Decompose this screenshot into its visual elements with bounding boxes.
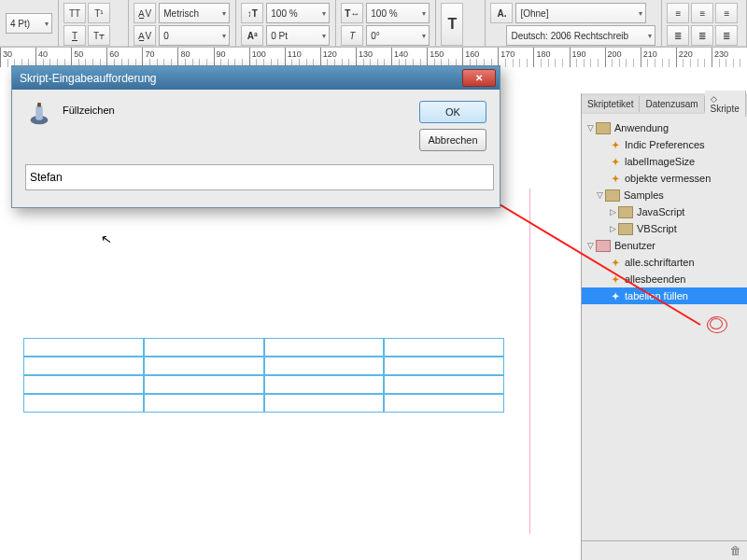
skew-icon: T [341, 25, 363, 46]
dialog-title: Skript-Eingabeaufforderung [20, 72, 157, 85]
folder-icon [596, 122, 611, 134]
folder-icon [596, 240, 611, 252]
tracking-select[interactable]: 0 [159, 25, 230, 46]
tree-script-tabellen[interactable]: ✦tabellen füllen [582, 287, 747, 304]
baseline-field[interactable]: 0 Pt [266, 25, 330, 46]
vscale-icon: T↔ [341, 3, 363, 23]
table-row [23, 394, 504, 413]
justify-center-icon[interactable]: ≣ [715, 25, 738, 46]
dialog-label: Füllzeichen [63, 105, 115, 116]
hscale-field[interactable]: 100 % [266, 3, 330, 23]
align-right-icon[interactable]: ≡ [715, 3, 738, 23]
script-icon: ✦ [610, 290, 621, 301]
charstyle-icon: A. [490, 3, 513, 23]
panel-footer: 🗑 [582, 540, 747, 560]
hscale-icon: ↕T [241, 3, 263, 23]
smallcaps-icon[interactable]: Tᴛ [88, 25, 110, 46]
vscale-field[interactable]: 100 % [366, 3, 430, 23]
scripts-panel: Skriptetiket Datenzusam ◇ Skripte ▾≡ ▽An… [581, 93, 747, 560]
script-icon: ✦ [610, 156, 621, 167]
close-button[interactable]: ✕ [462, 69, 496, 87]
page-margin-guide [529, 189, 540, 534]
formatting-toolbar: 4 Pt) TT T¹ T Tᴛ T₁ T A̲VMetrisch A̲V0 ↕… [0, 0, 747, 48]
justify-left-icon[interactable]: ≣ [691, 25, 713, 46]
tree-folder-benutzer[interactable]: ▽Benutzer [582, 237, 747, 254]
dialog-titlebar[interactable]: Skript-Eingabeaufforderung ✕ [12, 66, 500, 90]
table-row [23, 338, 504, 357]
prompt-input[interactable] [25, 164, 494, 190]
svg-rect-2 [37, 103, 41, 107]
tab-datamerge[interactable]: Datenzusam [640, 96, 704, 112]
tree-script-labelimg[interactable]: ✦labelImageSize [582, 153, 747, 170]
underline-icon[interactable]: T [63, 25, 86, 46]
tree-folder-js[interactable]: ▷JavaScript [582, 203, 747, 220]
script-icon: ✦ [610, 273, 621, 285]
tree-script-allesbeenden[interactable]: ✦allesbeenden [582, 271, 747, 287]
tracking-icon: A̲V [134, 25, 156, 46]
pt-field[interactable]: 4 Pt) [6, 13, 52, 34]
align-left-icon[interactable]: ≡ [667, 3, 689, 23]
scripts-tree: ▽Anwendung ✦Indic Preferences ✦labelImag… [582, 114, 747, 310]
fill-icon[interactable]: T [441, 3, 463, 46]
panel-tabs: Skriptetiket Datenzusam ◇ Skripte ▾≡ [582, 93, 747, 114]
tree-folder-anwendung[interactable]: ▽Anwendung [582, 119, 747, 136]
trash-icon[interactable]: 🗑 [730, 544, 741, 557]
script-icon: ✦ [610, 139, 621, 150]
justify-icon[interactable]: ≣ [667, 25, 689, 46]
allcaps-icon[interactable]: TT [63, 3, 86, 23]
script-icon: ✦ [610, 257, 621, 268]
kerning-icon: A̲V [134, 3, 156, 23]
folder-icon [618, 206, 633, 218]
tree-script-objekte[interactable]: ✦objekte vermessen [582, 170, 747, 187]
ok-button[interactable]: OK [419, 101, 486, 123]
charstyle-select[interactable]: [Ohne] [515, 3, 646, 23]
baseline-icon: Aª [241, 25, 263, 46]
superscript-icon[interactable]: T¹ [88, 3, 110, 23]
script-prompt-dialog: Skript-Eingabeaufforderung ✕ Füllzeichen… [11, 65, 500, 208]
tab-scripts[interactable]: ◇ Skripte [705, 91, 746, 117]
align-center-icon[interactable]: ≡ [691, 3, 713, 23]
tree-folder-vb[interactable]: ▷VBScript [582, 220, 747, 237]
lang-icon [490, 26, 503, 45]
language-select[interactable]: Deutsch: 2006 Rechtschreib [506, 25, 655, 46]
folder-icon [618, 223, 633, 235]
document-table[interactable] [23, 338, 504, 413]
units-select[interactable]: Metrisch [159, 3, 230, 23]
tree-folder-samples[interactable]: ▽Samples [582, 187, 747, 203]
table-row [23, 375, 504, 394]
folder-icon [605, 189, 620, 202]
table-row [23, 357, 504, 375]
tab-scriptlabel[interactable]: Skriptetiket [582, 96, 640, 112]
skew-field[interactable]: 0° [366, 25, 430, 46]
script-dialog-icon [25, 101, 53, 129]
cancel-button[interactable]: Abbrechen [419, 129, 486, 151]
tree-script-indic[interactable]: ✦Indic Preferences [582, 136, 747, 153]
tree-script-alleschrift[interactable]: ✦alle.schriftarten [582, 254, 747, 271]
script-icon: ✦ [610, 173, 621, 184]
